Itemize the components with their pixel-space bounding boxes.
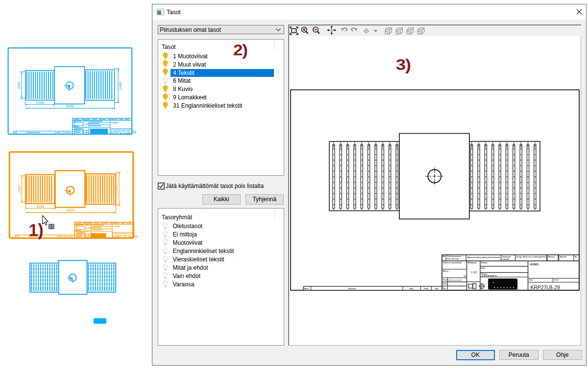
svg-text:Draw: Draw [442,283,447,285]
svg-text:Rakenneluokitusryhmä yhdistelm: Rakenneluokitusryhmä yhdistelmänrak [467,256,500,258]
svg-text:Design, Reference use/Designat: Design, Reference use/Designation [516,256,545,258]
svg-text:Revision: Revision [348,288,356,290]
svg-text:GL.EXCELSIOR-TL: GL.EXCELSIOR-TL [481,275,497,277]
svg-text:Hyv: Hyv [435,288,439,290]
svg-text:Date: Date [529,279,533,281]
svg-text:KONE1: KONE1 [112,121,119,124]
svg-text:2400: 2400 [118,82,122,90]
svg-text:Hyv: Hyv [442,287,446,289]
svg-text:2000: 2000 [36,204,44,209]
svg-text:Tarkv: Tarkv [423,288,428,290]
svg-text:Project: Project [481,273,488,275]
svg-text:Date: Date [409,288,413,290]
svg-text:Item reference: Item reference [447,258,459,260]
svg-text:1:20: 1:20 [470,270,477,274]
svg-text:KRP27LB-29: KRP27LB-29 [530,285,560,290]
svg-text:istävällä: istävällä [502,258,509,260]
svg-text:Material: Material [560,256,566,258]
svg-text:1:22: 1:22 [86,227,91,230]
svg-text:Ey: Ey [575,256,577,258]
svg-text:KONE1: KONE1 [530,263,539,266]
svg-text:2023-04-21 KR: 2023-04-21 KR [448,279,461,281]
svg-text:Mittakaava: Mittakaava [467,262,477,264]
svg-text:2000: 2000 [17,81,21,89]
svg-text:KRP27LB-29: KRP27LB-29 [112,233,138,239]
svg-text:▲·······: ▲······· [492,281,499,283]
svg-text:Katy: Katy [481,267,485,269]
svg-text:Nimitys: Nimitys [481,262,488,264]
svg-text:Kältetty: Kältetty [548,256,554,258]
svg-text:Used: Used [554,279,559,281]
svg-text:2000: 2000 [36,100,44,105]
svg-text:kg: kg [464,275,466,277]
svg-text:Massa: Massa [443,270,449,272]
svg-text:KRP27LB-29: KRP27LB-29 [111,129,137,135]
svg-text:Piirustusnumero: Piirustusnumero [447,256,461,257]
svg-text:KONE1: KONE1 [114,225,121,228]
svg-text:1:22: 1:22 [84,123,89,126]
svg-text:Ba: Ba [442,256,445,257]
svg-text:6000: 6000 [67,208,74,212]
svg-text:Standardi /: Standardi / [502,256,511,258]
svg-text:2000: 2000 [17,185,22,193]
svg-text:Suun: Suun [442,279,447,281]
svg-text:Tekninen viiteasiakirja: Tekninen viiteasiakirja [443,262,462,264]
svg-text:6000: 6000 [66,104,74,108]
svg-text:2100: 2100 [114,185,119,193]
svg-text:Muut: Muut [304,288,309,290]
